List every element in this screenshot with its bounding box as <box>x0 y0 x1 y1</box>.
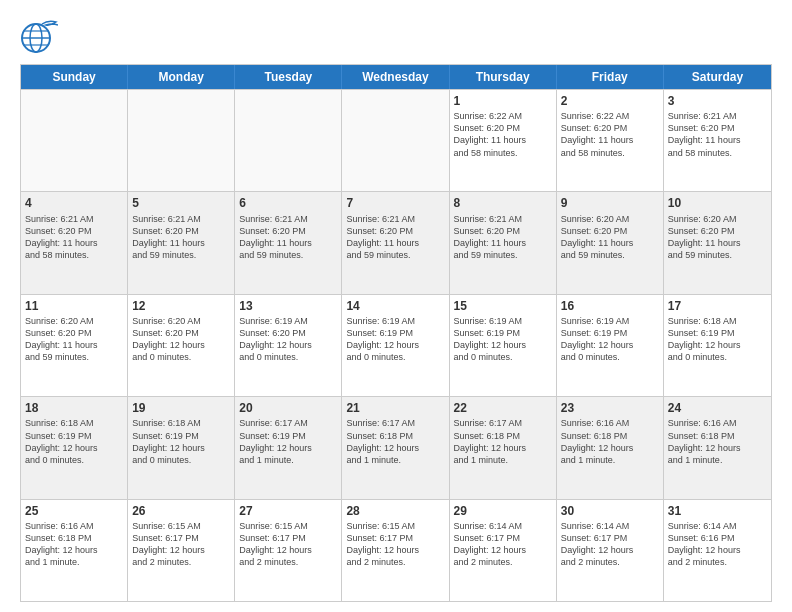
calendar-cell: 31Sunrise: 6:14 AM Sunset: 6:16 PM Dayli… <box>664 500 771 601</box>
cell-detail: Sunrise: 6:14 AM Sunset: 6:17 PM Dayligh… <box>454 520 552 569</box>
day-number: 9 <box>561 195 659 211</box>
cell-detail: Sunrise: 6:21 AM Sunset: 6:20 PM Dayligh… <box>25 213 123 262</box>
day-number: 2 <box>561 93 659 109</box>
day-number: 11 <box>25 298 123 314</box>
calendar-cell: 6Sunrise: 6:21 AM Sunset: 6:20 PM Daylig… <box>235 192 342 293</box>
cell-detail: Sunrise: 6:18 AM Sunset: 6:19 PM Dayligh… <box>132 417 230 466</box>
calendar-cell: 14Sunrise: 6:19 AM Sunset: 6:19 PM Dayli… <box>342 295 449 396</box>
calendar-cell: 18Sunrise: 6:18 AM Sunset: 6:19 PM Dayli… <box>21 397 128 498</box>
cell-detail: Sunrise: 6:20 AM Sunset: 6:20 PM Dayligh… <box>25 315 123 364</box>
day-number: 5 <box>132 195 230 211</box>
calendar-cell <box>342 90 449 191</box>
calendar-cell: 2Sunrise: 6:22 AM Sunset: 6:20 PM Daylig… <box>557 90 664 191</box>
day-number: 14 <box>346 298 444 314</box>
day-number: 31 <box>668 503 767 519</box>
cell-detail: Sunrise: 6:19 AM Sunset: 6:19 PM Dayligh… <box>561 315 659 364</box>
calendar-cell: 24Sunrise: 6:16 AM Sunset: 6:18 PM Dayli… <box>664 397 771 498</box>
cell-detail: Sunrise: 6:19 AM Sunset: 6:19 PM Dayligh… <box>454 315 552 364</box>
day-number: 24 <box>668 400 767 416</box>
calendar-cell: 16Sunrise: 6:19 AM Sunset: 6:19 PM Dayli… <box>557 295 664 396</box>
calendar-row-3: 11Sunrise: 6:20 AM Sunset: 6:20 PM Dayli… <box>21 294 771 396</box>
day-number: 10 <box>668 195 767 211</box>
cell-detail: Sunrise: 6:16 AM Sunset: 6:18 PM Dayligh… <box>25 520 123 569</box>
cell-detail: Sunrise: 6:20 AM Sunset: 6:20 PM Dayligh… <box>561 213 659 262</box>
day-number: 4 <box>25 195 123 211</box>
cell-detail: Sunrise: 6:19 AM Sunset: 6:20 PM Dayligh… <box>239 315 337 364</box>
calendar-cell: 7Sunrise: 6:21 AM Sunset: 6:20 PM Daylig… <box>342 192 449 293</box>
calendar-cell: 27Sunrise: 6:15 AM Sunset: 6:17 PM Dayli… <box>235 500 342 601</box>
header-thursday: Thursday <box>450 65 557 89</box>
cell-detail: Sunrise: 6:17 AM Sunset: 6:19 PM Dayligh… <box>239 417 337 466</box>
calendar-cell: 1Sunrise: 6:22 AM Sunset: 6:20 PM Daylig… <box>450 90 557 191</box>
calendar-body: 1Sunrise: 6:22 AM Sunset: 6:20 PM Daylig… <box>21 89 771 601</box>
header-tuesday: Tuesday <box>235 65 342 89</box>
header-wednesday: Wednesday <box>342 65 449 89</box>
calendar-row-1: 1Sunrise: 6:22 AM Sunset: 6:20 PM Daylig… <box>21 89 771 191</box>
cell-detail: Sunrise: 6:15 AM Sunset: 6:17 PM Dayligh… <box>239 520 337 569</box>
day-number: 3 <box>668 93 767 109</box>
cell-detail: Sunrise: 6:22 AM Sunset: 6:20 PM Dayligh… <box>561 110 659 159</box>
calendar-cell: 29Sunrise: 6:14 AM Sunset: 6:17 PM Dayli… <box>450 500 557 601</box>
day-number: 26 <box>132 503 230 519</box>
calendar-cell: 30Sunrise: 6:14 AM Sunset: 6:17 PM Dayli… <box>557 500 664 601</box>
day-number: 28 <box>346 503 444 519</box>
header-saturday: Saturday <box>664 65 771 89</box>
day-number: 25 <box>25 503 123 519</box>
calendar: Sunday Monday Tuesday Wednesday Thursday… <box>20 64 772 602</box>
cell-detail: Sunrise: 6:21 AM Sunset: 6:20 PM Dayligh… <box>346 213 444 262</box>
day-number: 19 <box>132 400 230 416</box>
header-monday: Monday <box>128 65 235 89</box>
cell-detail: Sunrise: 6:16 AM Sunset: 6:18 PM Dayligh… <box>561 417 659 466</box>
logo <box>20 18 62 54</box>
cell-detail: Sunrise: 6:15 AM Sunset: 6:17 PM Dayligh… <box>132 520 230 569</box>
calendar-header: Sunday Monday Tuesday Wednesday Thursday… <box>21 65 771 89</box>
cell-detail: Sunrise: 6:22 AM Sunset: 6:20 PM Dayligh… <box>454 110 552 159</box>
cell-detail: Sunrise: 6:14 AM Sunset: 6:17 PM Dayligh… <box>561 520 659 569</box>
cell-detail: Sunrise: 6:17 AM Sunset: 6:18 PM Dayligh… <box>454 417 552 466</box>
calendar-row-2: 4Sunrise: 6:21 AM Sunset: 6:20 PM Daylig… <box>21 191 771 293</box>
header-sunday: Sunday <box>21 65 128 89</box>
day-number: 23 <box>561 400 659 416</box>
day-number: 12 <box>132 298 230 314</box>
day-number: 13 <box>239 298 337 314</box>
cell-detail: Sunrise: 6:20 AM Sunset: 6:20 PM Dayligh… <box>668 213 767 262</box>
cell-detail: Sunrise: 6:14 AM Sunset: 6:16 PM Dayligh… <box>668 520 767 569</box>
day-number: 17 <box>668 298 767 314</box>
calendar-cell: 4Sunrise: 6:21 AM Sunset: 6:20 PM Daylig… <box>21 192 128 293</box>
day-number: 21 <box>346 400 444 416</box>
cell-detail: Sunrise: 6:16 AM Sunset: 6:18 PM Dayligh… <box>668 417 767 466</box>
cell-detail: Sunrise: 6:21 AM Sunset: 6:20 PM Dayligh… <box>132 213 230 262</box>
cell-detail: Sunrise: 6:18 AM Sunset: 6:19 PM Dayligh… <box>25 417 123 466</box>
cell-detail: Sunrise: 6:20 AM Sunset: 6:20 PM Dayligh… <box>132 315 230 364</box>
logo-icon <box>20 18 58 54</box>
calendar-cell: 22Sunrise: 6:17 AM Sunset: 6:18 PM Dayli… <box>450 397 557 498</box>
cell-detail: Sunrise: 6:21 AM Sunset: 6:20 PM Dayligh… <box>454 213 552 262</box>
calendar-cell <box>21 90 128 191</box>
day-number: 1 <box>454 93 552 109</box>
calendar-cell: 20Sunrise: 6:17 AM Sunset: 6:19 PM Dayli… <box>235 397 342 498</box>
day-number: 22 <box>454 400 552 416</box>
day-number: 30 <box>561 503 659 519</box>
day-number: 6 <box>239 195 337 211</box>
day-number: 20 <box>239 400 337 416</box>
calendar-cell: 25Sunrise: 6:16 AM Sunset: 6:18 PM Dayli… <box>21 500 128 601</box>
cell-detail: Sunrise: 6:15 AM Sunset: 6:17 PM Dayligh… <box>346 520 444 569</box>
calendar-cell: 26Sunrise: 6:15 AM Sunset: 6:17 PM Dayli… <box>128 500 235 601</box>
day-number: 27 <box>239 503 337 519</box>
cell-detail: Sunrise: 6:17 AM Sunset: 6:18 PM Dayligh… <box>346 417 444 466</box>
cell-detail: Sunrise: 6:21 AM Sunset: 6:20 PM Dayligh… <box>668 110 767 159</box>
calendar-cell: 8Sunrise: 6:21 AM Sunset: 6:20 PM Daylig… <box>450 192 557 293</box>
day-number: 18 <box>25 400 123 416</box>
calendar-cell: 28Sunrise: 6:15 AM Sunset: 6:17 PM Dayli… <box>342 500 449 601</box>
day-number: 8 <box>454 195 552 211</box>
calendar-cell: 21Sunrise: 6:17 AM Sunset: 6:18 PM Dayli… <box>342 397 449 498</box>
calendar-row-5: 25Sunrise: 6:16 AM Sunset: 6:18 PM Dayli… <box>21 499 771 601</box>
calendar-cell: 17Sunrise: 6:18 AM Sunset: 6:19 PM Dayli… <box>664 295 771 396</box>
calendar-row-4: 18Sunrise: 6:18 AM Sunset: 6:19 PM Dayli… <box>21 396 771 498</box>
calendar-cell: 19Sunrise: 6:18 AM Sunset: 6:19 PM Dayli… <box>128 397 235 498</box>
cell-detail: Sunrise: 6:19 AM Sunset: 6:19 PM Dayligh… <box>346 315 444 364</box>
header <box>20 18 772 54</box>
cell-detail: Sunrise: 6:21 AM Sunset: 6:20 PM Dayligh… <box>239 213 337 262</box>
calendar-cell: 15Sunrise: 6:19 AM Sunset: 6:19 PM Dayli… <box>450 295 557 396</box>
day-number: 16 <box>561 298 659 314</box>
